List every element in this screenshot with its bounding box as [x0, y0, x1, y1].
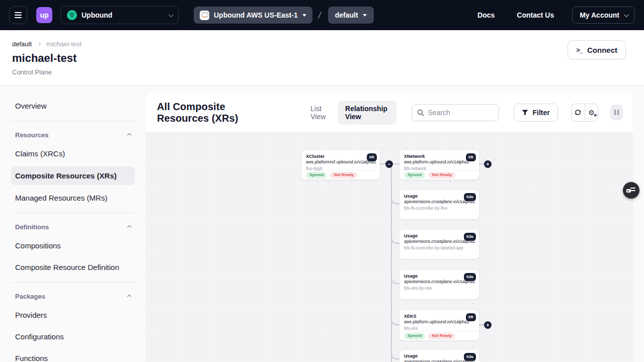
node-status-row: Synced Not Ready — [399, 331, 479, 340]
status-badge-synced: Synced — [404, 172, 425, 178]
org-selector-label: Upbound — [82, 11, 112, 19]
node-kind-badge: K8s — [464, 233, 476, 241]
graph-node-usage-eks-oss[interactable]: Usage apiextensions.crossplane.io/v1alph… — [399, 270, 479, 299]
sidebar-item-composite-resources[interactable]: Composite Resources (XRs) — [11, 166, 135, 185]
top-navbar: up Upbound Upbound AWS US-East-1 / defau… — [0, 0, 644, 30]
sidebar-section-resources[interactable]: Resources — [11, 127, 135, 143]
expand-node-button[interactable]: + — [484, 321, 492, 329]
path-separator: / — [317, 10, 322, 21]
list-view-tab[interactable]: List View — [303, 101, 338, 125]
breadcrumb-parent[interactable]: default — [12, 40, 32, 48]
status-badge-not-ready: Not Ready — [428, 333, 455, 339]
status-badge-synced: Synced — [306, 172, 327, 178]
control-plane-selector[interactable]: Upbound AWS US-East-1 — [194, 7, 312, 24]
graph-action-group: ⚙▶ — [571, 104, 599, 122]
section-title: Packages — [15, 293, 45, 300]
graph-node-xcluster[interactable]: XCluster aws.platformref.upbound.io/v1al… — [301, 150, 380, 179]
connect-button[interactable]: >_ Connect — [568, 40, 626, 59]
node-kind-badge: XR — [367, 153, 377, 161]
funnel-icon — [522, 110, 528, 116]
control-plane-icon — [200, 11, 209, 20]
node-api-version: apiextensions.crossplane.io/v1alpha1 — [404, 239, 474, 244]
node-title: XEKS — [404, 314, 474, 319]
sidebar-item-claims[interactable]: Claims (XRCs) — [11, 145, 135, 162]
node-status-row: Synced Not Ready — [399, 170, 479, 179]
org-avatar-icon — [67, 10, 77, 20]
chevron-up-icon — [127, 294, 131, 298]
main-panel-header: All Composite Resources (XRs) List View … — [146, 93, 633, 132]
expand-node-button[interactable]: + — [484, 160, 492, 168]
sidebar-item-configurations[interactable]: Configurations — [11, 328, 135, 345]
panel-title: All Composite Resources (XRs) — [157, 101, 278, 124]
caret-down-icon — [302, 14, 306, 17]
node-kind-badge: XR — [466, 313, 476, 321]
graph-node-usage-bottom[interactable]: Usage apiextensions.crossplane.io/v1alph… — [399, 350, 479, 362]
node-kind-badge: K8s — [464, 353, 476, 361]
pause-button[interactable] — [610, 105, 623, 120]
node-kind-badge: K8s — [464, 193, 476, 201]
contact-us-link[interactable]: Contact Us — [517, 11, 554, 19]
namespace-selector[interactable]: default — [328, 7, 374, 24]
sidebar: Overview Resources Claims (XRCs) Composi… — [0, 86, 146, 362]
graph-node-xnetwork[interactable]: XNetwork aws.platform.upbound.io/v1alpha… — [399, 150, 479, 179]
sidebar-item-providers[interactable]: Providers — [11, 306, 135, 324]
run-operations-button[interactable]: ⚙▶ — [585, 104, 598, 121]
sidebar-item-overview[interactable]: Overview — [11, 97, 135, 115]
control-plane-selector-label: Upbound AWS US-East-1 — [214, 11, 298, 19]
node-kind-badge: XR — [466, 153, 476, 161]
legend-toggle-button[interactable] — [623, 182, 639, 199]
node-status-row: Synced Not Ready — [301, 170, 380, 179]
chevron-down-icon — [624, 12, 629, 17]
my-account-button[interactable]: My Account — [572, 7, 635, 24]
search-icon — [417, 109, 424, 116]
node-api-version: aws.platformref.upbound.io/v1alpha1 — [306, 159, 375, 164]
view-toggle: List View Relationship View — [303, 101, 396, 125]
sidebar-item-compositions[interactable]: Compositions — [11, 237, 135, 254]
caret-down-icon — [363, 14, 367, 17]
status-badge-not-ready: Not Ready — [330, 172, 357, 178]
relationship-view-tab[interactable]: Relationship View — [338, 101, 396, 125]
my-account-label: My Account — [580, 11, 619, 19]
section-title: Resources — [15, 131, 48, 139]
node-title: XCluster — [306, 154, 375, 159]
graph-node-usage-labeled-app[interactable]: Usage apiextensions.crossplane.io/v1alph… — [399, 230, 479, 259]
page-title: michael-test — [12, 52, 632, 65]
status-badge-not-ready: Not Ready — [428, 172, 455, 178]
sidebar-section-definitions[interactable]: Definitions — [11, 219, 135, 235]
breadcrumb: default michael-test — [12, 40, 632, 48]
connect-button-label: Connect — [587, 46, 617, 54]
node-api-version: apiextensions.crossplane.io/v1alpha1 — [404, 279, 474, 284]
docs-link[interactable]: Docs — [477, 11, 495, 19]
sidebar-item-xrd[interactable]: Composite Resource Definition — [11, 258, 135, 276]
graph-node-xeks[interactable]: XEKS aws.platform.upbound.io/v1alpha1 fd… — [399, 310, 479, 340]
main-panel: All Composite Resources (XRs) List View … — [146, 93, 633, 362]
node-resource-name: fds-eks — [404, 326, 474, 331]
node-resource-name: fds-lb-controller-by-labeled-app — [404, 245, 474, 250]
chevron-down-icon — [169, 12, 174, 17]
menu-icon[interactable] — [9, 6, 27, 24]
sidebar-item-functions[interactable]: Functions — [11, 349, 135, 362]
node-resource-name: fds-lb-controller-by-flux — [404, 206, 474, 211]
status-badge-synced: Synced — [404, 333, 425, 339]
search-box — [412, 104, 499, 121]
chevron-up-icon — [127, 133, 131, 137]
org-selector[interactable]: Upbound — [60, 6, 179, 24]
sidebar-section-packages[interactable]: Packages — [11, 289, 135, 304]
divider — [11, 282, 135, 283]
search-input[interactable] — [428, 109, 494, 117]
refresh-icon — [574, 109, 582, 116]
breadcrumb-current: michael-test — [46, 40, 82, 48]
sidebar-item-managed-resources[interactable]: Managed Resources (MRs) — [11, 189, 135, 207]
pause-icon — [614, 110, 616, 115]
relationship-graph[interactable]: − + + XCluster aws.platformref.upbound.i… — [146, 132, 633, 362]
node-api-version: aws.platform.upbound.io/v1alpha1 — [404, 159, 474, 164]
divider — [11, 213, 135, 213]
page-header: default michael-test michael-test Contro… — [0, 30, 644, 86]
refresh-button[interactable] — [572, 104, 585, 121]
page-subtitle: Control Plane — [12, 68, 632, 76]
filter-button-label: Filter — [533, 109, 550, 117]
graph-node-usage-flux[interactable]: Usage apiextensions.crossplane.io/v1alph… — [399, 190, 479, 219]
upbound-logo[interactable]: up — [36, 7, 52, 23]
filter-button[interactable]: Filter — [514, 104, 558, 122]
collapse-node-button[interactable]: − — [385, 160, 393, 168]
